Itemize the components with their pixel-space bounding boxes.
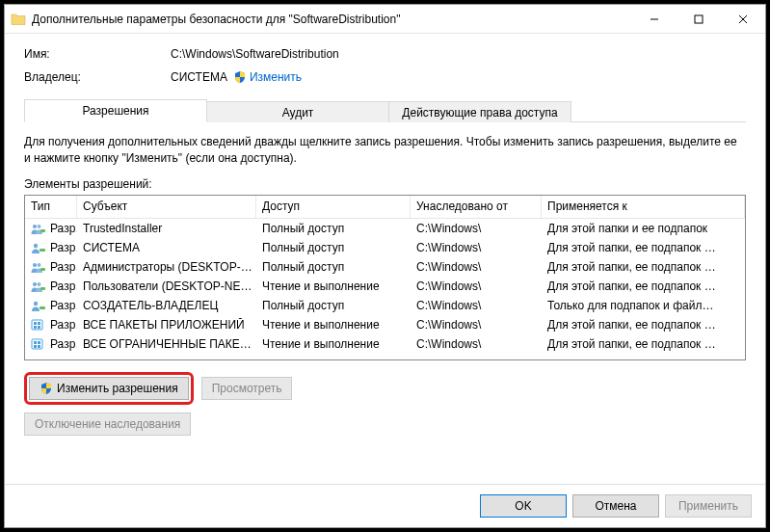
table-row[interactable]: Разр…Администраторы (DESKTOP-…Полный дос…: [25, 257, 745, 277]
minimize-button[interactable]: [632, 5, 677, 34]
cell-inherit: C:\Windows\: [411, 299, 542, 312]
cell-inherit: C:\Windows\: [411, 337, 542, 351]
svg-point-12: [33, 282, 37, 286]
cell-subject: ВСЕ ПАКЕТЫ ПРИЛОЖЕНИЙ: [77, 318, 256, 332]
cell-type: Разр…: [25, 299, 77, 312]
tabs-container: Разрешения Аудит Действующие права досту…: [24, 99, 746, 122]
security-dialog: Дополнительные параметры безопасности дл…: [4, 4, 766, 528]
svg-point-4: [33, 225, 37, 228]
table-body: Разр…TrustedInstallerПолный доступC:\Win…: [25, 219, 745, 354]
view-button: Просмотреть: [201, 377, 293, 400]
svg-point-10: [38, 263, 41, 267]
owner-row: Владелец: СИСТЕМА Изменить: [24, 70, 746, 84]
owner-label: Владелец:: [24, 70, 171, 84]
apply-button: Применить: [665, 494, 752, 518]
dialog-button-bar: OK Отмена Применить: [5, 484, 765, 527]
cell-type: Разр…: [25, 279, 77, 293]
cell-inherit: C:\Windows\: [411, 279, 542, 293]
tab-effective[interactable]: Действующие права доступа: [388, 101, 571, 122]
cell-inherit: C:\Windows\: [411, 260, 542, 274]
col-subject[interactable]: Субъект: [77, 196, 256, 218]
shield-icon: [233, 70, 247, 84]
svg-point-5: [38, 225, 41, 228]
svg-rect-11: [40, 268, 45, 271]
table-row[interactable]: Разр…СИСТЕМАПолный доступC:\Windows\Для …: [25, 238, 745, 257]
cell-subject: Пользователи (DESKTOP-NE…: [77, 279, 256, 293]
cell-inherit: C:\Windows\: [411, 222, 542, 235]
inherit-button-row: Отключение наследования: [24, 412, 746, 436]
titlebar: Дополнительные параметры безопасности дл…: [5, 5, 765, 34]
cell-access: Чтение и выполнение: [256, 279, 411, 293]
svg-rect-26: [38, 345, 40, 348]
col-applies[interactable]: Применяется к: [542, 196, 745, 218]
change-owner-link[interactable]: Изменить: [250, 70, 302, 84]
col-type[interactable]: Тип: [25, 196, 77, 218]
name-row: Имя: C:\Windows\SoftwareDistribution: [24, 47, 746, 61]
table-row[interactable]: Разр…TrustedInstallerПолный доступC:\Win…: [25, 219, 745, 238]
close-button[interactable]: [721, 5, 765, 34]
cell-applies: Для этой папки, ее подпапок …: [542, 279, 745, 293]
tab-audit[interactable]: Аудит: [206, 101, 389, 122]
svg-rect-8: [40, 249, 45, 252]
window-title: Дополнительные параметры безопасности дл…: [32, 13, 632, 26]
change-permissions-button[interactable]: Изменить разрешения: [29, 377, 189, 400]
table-row[interactable]: Разр…Пользователи (DESKTOP-NE…Чтение и в…: [25, 277, 745, 296]
svg-rect-25: [34, 345, 37, 348]
cell-type: Разр…: [25, 318, 77, 332]
svg-rect-19: [38, 322, 40, 325]
cell-access: Полный доступ: [256, 299, 411, 312]
cell-type: Разр…: [25, 241, 77, 254]
svg-point-7: [34, 244, 38, 248]
cell-applies: Только для подпапок и файл…: [542, 299, 745, 312]
cell-subject: СИСТЕМА: [77, 241, 256, 254]
permissions-table: Тип Субъект Доступ Унаследовано от Приме…: [24, 195, 746, 360]
tab-permissions[interactable]: Разрешения: [24, 99, 207, 122]
action-button-row: Изменить разрешения Просмотреть: [24, 372, 746, 405]
content-area: Имя: C:\Windows\SoftwareDistribution Вла…: [5, 34, 765, 484]
maximize-button[interactable]: [677, 5, 721, 34]
window-controls: [632, 5, 765, 34]
col-inherit[interactable]: Унаследовано от: [411, 196, 542, 218]
cell-access: Полный доступ: [256, 222, 411, 235]
shield-icon: [40, 382, 53, 395]
svg-rect-16: [40, 306, 45, 309]
svg-rect-18: [34, 322, 37, 325]
cell-access: Чтение и выполнение: [256, 318, 411, 332]
cell-subject: ВСЕ ОГРАНИЧЕННЫЕ ПАКЕТ…: [77, 337, 256, 351]
svg-rect-21: [38, 326, 40, 329]
cell-type: Разр…: [25, 222, 77, 235]
svg-rect-24: [38, 341, 40, 344]
svg-rect-1: [695, 15, 703, 23]
cancel-button[interactable]: Отмена: [572, 494, 659, 518]
cell-type: Разр…: [25, 260, 77, 274]
ok-button[interactable]: OK: [480, 494, 567, 518]
cell-applies: Для этой папки, ее подпапок …: [542, 241, 745, 254]
cell-applies: Для этой папки и ее подпапок: [542, 222, 745, 235]
svg-rect-20: [34, 326, 37, 329]
svg-rect-17: [32, 320, 42, 330]
table-row[interactable]: Разр…СОЗДАТЕЛЬ-ВЛАДЕЛЕЦПолный доступC:\W…: [25, 296, 745, 315]
name-value: C:\Windows\SoftwareDistribution: [171, 47, 339, 61]
svg-point-9: [33, 263, 37, 267]
table-row[interactable]: Разр…ВСЕ ОГРАНИЧЕННЫЕ ПАКЕТ…Чтение и вып…: [25, 334, 745, 354]
svg-rect-6: [40, 229, 45, 232]
description-text: Для получения дополнительных сведений дв…: [24, 134, 746, 168]
table-row[interactable]: Разр…ВСЕ ПАКЕТЫ ПРИЛОЖЕНИЙЧтение и выпол…: [25, 315, 745, 334]
name-label: Имя:: [24, 47, 171, 61]
col-access[interactable]: Доступ: [256, 196, 411, 218]
cell-subject: TrustedInstaller: [77, 222, 256, 235]
cell-inherit: C:\Windows\: [411, 318, 542, 332]
svg-rect-22: [32, 339, 42, 349]
cell-applies: Для этой папки, ее подпапок …: [542, 260, 745, 274]
cell-subject: СОЗДАТЕЛЬ-ВЛАДЕЛЕЦ: [77, 299, 256, 312]
owner-value: СИСТЕМА: [171, 70, 227, 84]
cell-inherit: C:\Windows\: [411, 241, 542, 254]
svg-rect-23: [34, 341, 37, 344]
svg-point-15: [34, 302, 38, 306]
table-header: Тип Субъект Доступ Унаследовано от Приме…: [25, 196, 745, 219]
svg-point-13: [38, 282, 41, 286]
highlight-annotation: Изменить разрешения: [24, 372, 194, 405]
cell-subject: Администраторы (DESKTOP-…: [77, 260, 256, 274]
section-label: Элементы разрешений:: [24, 177, 746, 191]
cell-access: Полный доступ: [256, 241, 411, 254]
